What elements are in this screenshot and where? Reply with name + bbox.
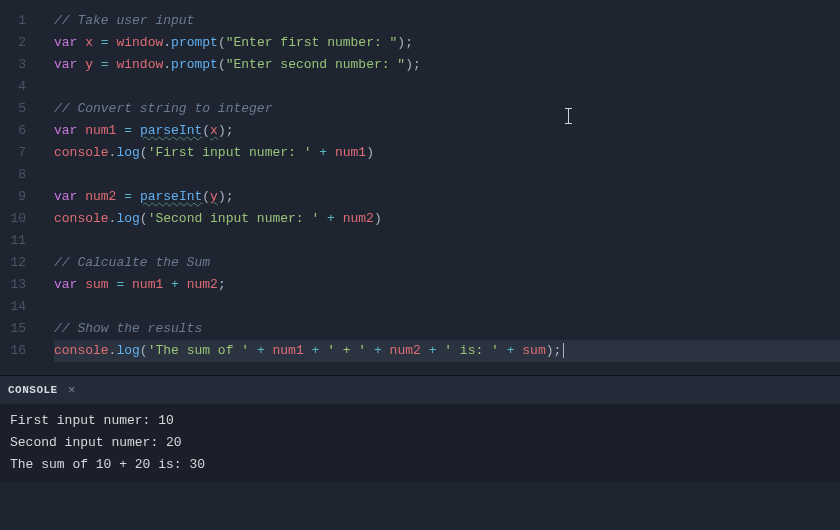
token-p	[327, 145, 335, 160]
token-o: +	[319, 145, 327, 160]
token-s: 'Second input numer: '	[148, 211, 320, 226]
code-line[interactable]: // Calcualte the Sum	[54, 252, 840, 274]
token-s: "Enter second number: "	[226, 57, 405, 72]
token-k: var	[54, 35, 77, 50]
bottom-panel: CONSOLE × First input numer: 10Second in…	[0, 375, 840, 482]
token-p	[319, 343, 327, 358]
token-pu: );	[218, 123, 234, 138]
code-line[interactable]: console.log('First input numer: ' + num1…	[54, 142, 840, 164]
token-f: log	[116, 343, 139, 358]
token-p	[366, 343, 374, 358]
token-pu: (	[218, 57, 226, 72]
token-f: log	[116, 211, 139, 226]
token-f: log	[116, 145, 139, 160]
token-f: prompt	[171, 57, 218, 72]
console-line: Second input numer: 20	[10, 432, 830, 454]
line-number: 7	[0, 142, 40, 164]
panel-tabs: CONSOLE ×	[0, 376, 840, 404]
code-line[interactable]: var num2 = parseInt(y);	[54, 186, 840, 208]
token-o: +	[327, 211, 335, 226]
token-pu: (	[140, 343, 148, 358]
code-line[interactable]	[54, 164, 840, 186]
token-p	[93, 35, 101, 50]
tab-console[interactable]: CONSOLE	[8, 384, 58, 396]
token-p	[319, 211, 327, 226]
code-line[interactable]: var y = window.prompt("Enter second numb…	[54, 54, 840, 76]
token-k: var	[54, 57, 77, 72]
line-number: 9	[0, 186, 40, 208]
token-pu: );	[546, 343, 562, 358]
token-o: +	[171, 277, 179, 292]
code-line[interactable]	[54, 76, 840, 98]
line-number: 13	[0, 274, 40, 296]
close-icon[interactable]: ×	[68, 383, 76, 398]
line-number: 15	[0, 318, 40, 340]
code-area[interactable]: // Take user inputvar x = window.prompt(…	[40, 0, 840, 375]
token-pu: .	[163, 35, 171, 50]
token-pu: .	[163, 57, 171, 72]
token-k: var	[54, 277, 77, 292]
token-pu: )	[374, 211, 382, 226]
token-pu: );	[405, 57, 421, 72]
token-v: num1	[85, 123, 116, 138]
editor-cursor	[563, 343, 564, 358]
token-c: // Show the results	[54, 321, 202, 336]
token-pu: (	[218, 35, 226, 50]
line-number: 5	[0, 98, 40, 120]
token-s: ' is: '	[444, 343, 499, 358]
code-line[interactable]: // Show the results	[54, 318, 840, 340]
line-number: 3	[0, 54, 40, 76]
console-output[interactable]: First input numer: 10Second input numer:…	[0, 404, 840, 482]
line-number: 1	[0, 10, 40, 32]
token-k: var	[54, 123, 77, 138]
token-v: console	[54, 343, 109, 358]
token-p	[179, 277, 187, 292]
token-c: // Take user input	[54, 13, 194, 28]
token-v: num2	[390, 343, 421, 358]
token-p	[249, 343, 257, 358]
token-vw: x	[210, 123, 218, 138]
line-number: 4	[0, 76, 40, 98]
token-p	[499, 343, 507, 358]
token-p	[163, 277, 171, 292]
token-v: console	[54, 145, 109, 160]
code-line[interactable]	[54, 296, 840, 318]
token-o: +	[374, 343, 382, 358]
token-c: // Convert string to integer	[54, 101, 272, 116]
code-line[interactable]: var sum = num1 + num2;	[54, 274, 840, 296]
token-pu: (	[202, 123, 210, 138]
token-o: =	[124, 189, 132, 204]
token-o: =	[101, 35, 109, 50]
line-number: 10	[0, 208, 40, 230]
token-v: num2	[187, 277, 218, 292]
code-line[interactable]: // Take user input	[54, 10, 840, 32]
line-number: 16	[0, 340, 40, 362]
code-line[interactable]: console.log('Second input numer: ' + num…	[54, 208, 840, 230]
token-vw: y	[210, 189, 218, 204]
code-line[interactable]	[54, 230, 840, 252]
code-line[interactable]: var num1 = parseInt(x);	[54, 120, 840, 142]
token-p	[304, 343, 312, 358]
line-number: 2	[0, 32, 40, 54]
token-v: y	[85, 57, 93, 72]
token-pu: );	[218, 189, 234, 204]
token-fw: parseInt	[140, 123, 202, 138]
line-number: 14	[0, 296, 40, 318]
token-v: window	[116, 35, 163, 50]
token-s: 'First input numer: '	[148, 145, 312, 160]
code-line[interactable]: var x = window.prompt("Enter first numbe…	[54, 32, 840, 54]
token-fw: parseInt	[140, 189, 202, 204]
token-v: window	[116, 57, 163, 72]
line-number: 12	[0, 252, 40, 274]
token-p	[421, 343, 429, 358]
code-editor[interactable]: 12345678910111213141516 // Take user inp…	[0, 0, 840, 375]
code-line[interactable]: console.log('The sum of ' + num1 + ' + '…	[54, 340, 840, 362]
token-v: num1	[132, 277, 163, 292]
token-s: ' + '	[327, 343, 366, 358]
token-o: =	[124, 123, 132, 138]
token-v: sum	[85, 277, 108, 292]
console-line: First input numer: 10	[10, 410, 830, 432]
token-v: num2	[343, 211, 374, 226]
code-line[interactable]: // Convert string to integer	[54, 98, 840, 120]
token-v: x	[85, 35, 93, 50]
